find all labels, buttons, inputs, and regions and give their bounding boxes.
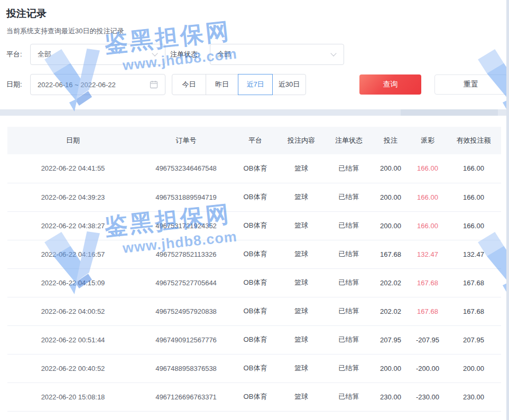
- cell-order: 4967490912567776: [138, 325, 234, 354]
- platform-select-value: 全部: [31, 50, 153, 59]
- cell-bet: 167.68: [372, 240, 409, 268]
- cell-order: 4967527527705644: [138, 268, 234, 297]
- query-button[interactable]: 查询: [359, 74, 421, 95]
- cell-content: 篮球: [277, 154, 326, 183]
- quick-range-button[interactable]: 今日: [172, 74, 206, 95]
- divider-accent: [401, 109, 498, 116]
- cell-payout: 166.00: [409, 154, 446, 183]
- date-range-input[interactable]: 2022-06-16 ~ 2022-06-22: [30, 74, 165, 95]
- cell-date: 2022-06-22 00:40:52: [7, 354, 138, 382]
- cell-bet: 200.00: [372, 183, 409, 211]
- table-row: 2022-06-22 00:51:444967490912567776OB体育篮…: [7, 325, 501, 354]
- platform-label: 平台:: [6, 44, 22, 65]
- cell-bet: 207.95: [372, 325, 409, 354]
- cell-status: 已结算: [326, 240, 372, 268]
- cell-platform: OB体育: [234, 297, 277, 325]
- cell-date: 2022-06-22 04:15:09: [7, 268, 138, 297]
- quick-range-button[interactable]: 近7日: [238, 74, 273, 95]
- cell-status: 已结算: [326, 211, 372, 240]
- cell-valid: 166.00: [446, 183, 501, 211]
- section-divider-band: [0, 109, 509, 116]
- page-title: 投注记录: [6, 7, 47, 21]
- cell-date: 2022-06-22 04:00:52: [7, 297, 138, 325]
- cell-date: 2022-06-22 00:51:44: [7, 325, 138, 354]
- cell-platform: OB体育: [234, 325, 277, 354]
- reset-button[interactable]: 重置: [434, 74, 507, 95]
- cell-content: 篮球: [277, 297, 326, 325]
- cell-valid: 166.00: [446, 154, 501, 183]
- date-label: 日期:: [6, 74, 22, 95]
- table-body: 2022-06-22 04:41:554967532346467548OB体育篮…: [7, 154, 501, 411]
- scrollbar-track[interactable]: [506, 0, 509, 420]
- quick-range-button[interactable]: 近30日: [272, 74, 306, 95]
- cell-platform: OB体育: [234, 183, 277, 211]
- cell-date: 2022-06-22 04:38:27: [7, 211, 138, 240]
- cell-content: 篮球: [277, 354, 326, 382]
- betting-records-page: 投注记录 当前系统支持查询最近30日的投注记录 平台: 全部 注单状态: 全部 …: [0, 0, 509, 420]
- cell-valid: 207.95: [446, 325, 501, 354]
- cell-status: 已结算: [326, 325, 372, 354]
- calendar-icon: [150, 80, 158, 89]
- cell-valid: 166.00: [446, 211, 501, 240]
- cell-platform: OB体育: [234, 354, 277, 382]
- table-header-row: 日期订单号平台投注内容注单状态投注派彩有效投注额: [7, 127, 501, 154]
- cell-valid: 132.47: [446, 240, 501, 268]
- cell-order: 4967532346467548: [138, 154, 234, 183]
- table-row: 2022-06-22 04:16:574967527852113326OB体育篮…: [7, 240, 501, 268]
- cell-status: 已结算: [326, 154, 372, 183]
- cell-date: 2022-06-22 04:41:55: [7, 154, 138, 183]
- cell-content: 篮球: [277, 240, 326, 268]
- table-row: 2022-06-22 04:41:554967532346467548OB体育篮…: [7, 154, 501, 183]
- column-header: 有效投注额: [446, 127, 501, 154]
- status-select-value: 全部: [210, 50, 331, 59]
- quick-range-group: 今日昨日近7日近30日: [172, 74, 306, 95]
- cell-status: 已结算: [326, 183, 372, 211]
- cell-bet: 200.00: [372, 354, 409, 382]
- cell-content: 篮球: [277, 211, 326, 240]
- quick-range-button[interactable]: 昨日: [206, 74, 238, 95]
- page-subtitle: 当前系统支持查询最近30日的投注记录: [6, 26, 124, 36]
- column-header: 注单状态: [326, 127, 372, 154]
- platform-select[interactable]: 全部: [30, 44, 165, 65]
- column-header: 派彩: [409, 127, 446, 154]
- cell-status: 已结算: [326, 268, 372, 297]
- cell-payout: 132.47: [409, 240, 446, 268]
- chevron-down-icon: [152, 50, 158, 56]
- cell-date: 2022-06-20 15:08:18: [7, 382, 138, 411]
- cell-date: 2022-06-22 04:39:23: [7, 183, 138, 211]
- cell-content: 篮球: [277, 268, 326, 297]
- cell-order: 4967531721924352: [138, 211, 234, 240]
- cell-content: 篮球: [277, 382, 326, 411]
- cell-platform: OB体育: [234, 211, 277, 240]
- cell-bet: 230.00: [372, 382, 409, 411]
- cell-order: 4967527852113326: [138, 240, 234, 268]
- cell-payout: 167.68: [409, 297, 446, 325]
- cell-valid: 167.68: [446, 297, 501, 325]
- filter-row-1: 平台: 全部 注单状态: 全部: [0, 44, 509, 65]
- cell-status: 已结算: [326, 382, 372, 411]
- table-row: 2022-06-22 04:15:094967527527705644OB体育篮…: [7, 268, 501, 297]
- cell-order: 4967488958376538: [138, 354, 234, 382]
- cell-platform: OB体育: [234, 382, 277, 411]
- cell-bet: 200.00: [372, 211, 409, 240]
- cell-payout: -200.00: [409, 354, 446, 382]
- cell-content: 篮球: [277, 325, 326, 354]
- column-header: 投注内容: [277, 127, 326, 154]
- cell-order: 4967531889594719: [138, 183, 234, 211]
- cell-valid: 230.00: [446, 382, 501, 411]
- cell-payout: 166.00: [409, 183, 446, 211]
- cell-valid: 167.68: [446, 268, 501, 297]
- cell-platform: OB体育: [234, 268, 277, 297]
- status-label: 注单状态:: [170, 44, 200, 65]
- cell-bet: 202.02: [372, 297, 409, 325]
- table-row: 2022-06-22 04:00:524967524957920838OB体育篮…: [7, 297, 501, 325]
- cell-status: 已结算: [326, 354, 372, 382]
- date-range-value: 2022-06-16 ~ 2022-06-22: [31, 81, 150, 89]
- cell-payout: 166.00: [409, 211, 446, 240]
- table-row: 2022-06-22 00:40:524967488958376538OB体育篮…: [7, 354, 501, 382]
- cell-content: 篮球: [277, 183, 326, 211]
- column-header: 日期: [7, 127, 138, 154]
- cell-platform: OB体育: [234, 154, 277, 183]
- cell-bet: 200.00: [372, 154, 409, 183]
- status-select[interactable]: 全部: [210, 44, 344, 65]
